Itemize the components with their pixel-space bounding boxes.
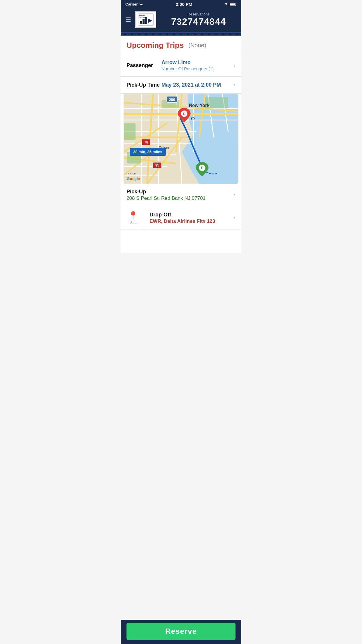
dropoff-col: Drop-Off EWR, Delta Airlines Flt# 123 — [147, 212, 228, 224]
svg-text:D: D — [183, 112, 185, 116]
passenger-row[interactable]: Passenger Arrow Limo Number Of Passenger… — [121, 54, 241, 77]
app-header: ☰ ARROW LIMOUSINE Reservations 732747484… — [121, 8, 241, 33]
pickup-time-value: May 23, 2021 at 2:00 PM — [161, 82, 231, 88]
map-tooltip: 38 min, 36 miles — [130, 148, 166, 156]
reservations-info: Reservations 7327474844 — [160, 12, 237, 27]
status-bar: Carrier 2:00 PM — [121, 0, 241, 8]
menu-button[interactable]: ☰ — [125, 16, 131, 23]
pickup-chevron: › — [234, 192, 236, 198]
map-container: 280 78 95 New York Edison nceton P — [124, 94, 238, 184]
pickup-col: Pick-Up 208 S Pearl St, Red Bank NJ 0770… — [126, 189, 231, 201]
pickup-time-chevron: › — [234, 82, 236, 88]
dropoff-divider — [143, 209, 143, 227]
svg-rect-2 — [230, 3, 235, 5]
passenger-chevron: › — [234, 62, 236, 69]
map-svg: 280 78 95 New York Edison nceton P — [124, 94, 238, 184]
passenger-count: Number Of Passengers (1) — [161, 66, 231, 71]
pickup-time-info: May 23, 2021 at 2:00 PM — [161, 82, 231, 88]
dropoff-chevron: › — [234, 215, 236, 221]
pickup-address: 208 S Pearl St, Red Bank NJ 07701 — [126, 195, 231, 201]
svg-text:New York: New York — [189, 103, 210, 108]
status-right-icons — [224, 2, 237, 6]
svg-text:ARROW: ARROW — [139, 15, 145, 16]
svg-text:280: 280 — [169, 97, 175, 102]
svg-text:95: 95 — [155, 163, 159, 167]
phone-number: 7327474844 — [160, 16, 237, 27]
passenger-label: Passenger — [126, 62, 161, 69]
battery-icon — [230, 3, 237, 6]
svg-text:P: P — [201, 166, 203, 170]
dropoff-row[interactable]: 📍 Stop Drop-Off EWR, Delta Airlines Flt#… — [121, 206, 241, 230]
logo-svg: ARROW LIMOUSINE — [138, 13, 154, 26]
reservations-label: Reservations — [160, 12, 237, 16]
pickup-time-row[interactable]: Pick-Up Time May 23, 2021 at 2:00 PM › — [121, 77, 241, 94]
dots-separator — [121, 33, 241, 36]
svg-rect-5 — [143, 19, 145, 24]
pickup-label: Pick-Up — [126, 189, 231, 195]
upcoming-trips-label: Upcoming Trips — [126, 41, 184, 50]
passenger-name: Arrow Limo — [161, 60, 231, 66]
svg-rect-1 — [236, 4, 236, 5]
pickup-row[interactable]: Pick-Up 208 S Pearl St, Red Bank NJ 0770… — [121, 184, 241, 206]
dropoff-label: Drop-Off — [150, 212, 228, 218]
stop-pin-icon: 📍 — [128, 212, 138, 220]
passenger-info: Arrow Limo Number Of Passengers (1) — [161, 60, 231, 71]
google-watermark: Google — [127, 176, 140, 181]
app-logo: ARROW LIMOUSINE — [135, 11, 156, 28]
upcoming-trips-row: Upcoming Trips (None) — [121, 36, 241, 54]
pickup-time-label: Pick-Up Time — [126, 82, 161, 88]
carrier-label: Carrier — [125, 2, 138, 6]
stop-icon-area: 📍 Stop — [126, 212, 139, 224]
status-time: 2:00 PM — [176, 2, 192, 7]
location-icon — [224, 2, 228, 6]
svg-rect-37 — [124, 123, 136, 140]
dropoff-address: EWR, Delta Airlines Flt# 123 — [150, 218, 228, 224]
svg-rect-4 — [140, 21, 142, 24]
upcoming-trips-status: (None) — [188, 42, 206, 49]
carrier-wifi: Carrier — [125, 2, 144, 6]
svg-text:nceton: nceton — [126, 172, 136, 175]
main-content: Upcoming Trips (None) Passenger Arrow Li… — [121, 36, 241, 253]
svg-text:LIMOUSINE: LIMOUSINE — [139, 17, 145, 18]
wifi-icon — [139, 3, 144, 6]
svg-rect-6 — [145, 17, 147, 24]
stop-label: Stop — [130, 220, 136, 224]
svg-text:78: 78 — [144, 140, 148, 144]
